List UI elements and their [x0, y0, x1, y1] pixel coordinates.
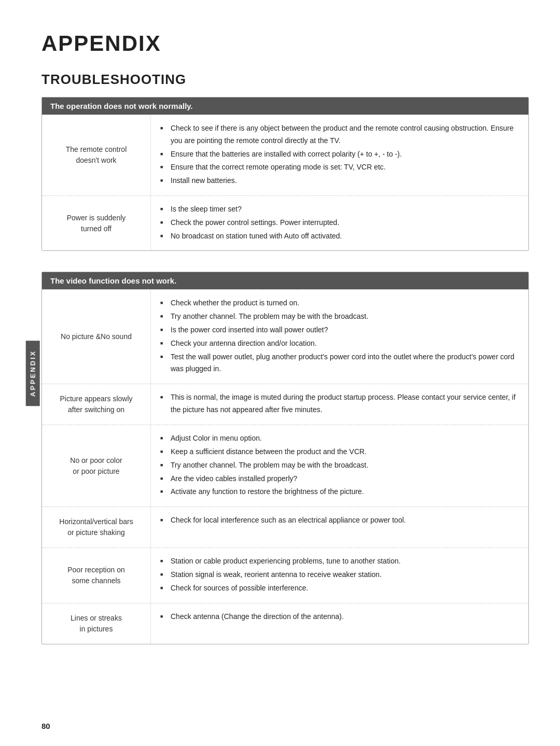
row-content: Check to see if there is any object betw… [151, 115, 528, 195]
list-item: Check to see if there is any object betw… [160, 122, 519, 147]
list-item: Is the sleep timer set? [160, 203, 519, 216]
row-label: Poor reception onsome channels [42, 548, 151, 602]
row-label: Picture appears slowlyafter switching on [42, 384, 151, 425]
table-row: Lines or streaksin pictures Check antenn… [42, 603, 528, 644]
list-item: Is the power cord inserted into wall pow… [160, 324, 519, 336]
table1-header: The operation does not work normally. [42, 97, 528, 115]
list-item: Check for local interference such as an … [160, 514, 519, 527]
page-number: 80 [41, 722, 50, 730]
list-item: Install new batteries. [160, 175, 519, 187]
list-item: Try another channel. The problem may be … [160, 311, 519, 323]
row-content: Is the sleep timer set? Check the power … [151, 196, 528, 250]
list-item: No broadcast on station tuned with Auto … [160, 230, 519, 243]
list-item: Ensure that the batteries are installed … [160, 148, 519, 161]
list-item: Check the power control settings. Power … [160, 217, 519, 229]
sidebar-appendix-label: APPENDIX [26, 340, 40, 405]
list-item: Check antenna (Change the direction of t… [160, 611, 519, 623]
list-item: Check for sources of possible interferen… [160, 582, 519, 595]
list-item: Station or cable product experiencing pr… [160, 555, 519, 568]
list-item: Check your antenna direction and/or loca… [160, 337, 519, 350]
table-row: No picture &No sound Check whether the p… [42, 289, 528, 384]
table-row: Horizontal/vertical barsor picture shaki… [42, 506, 528, 547]
row-label: The remote controldoesn't work [42, 115, 151, 195]
table2-header: The video function does not work. [42, 272, 528, 289]
table-operation: The operation does not work normally. Th… [41, 97, 529, 251]
section-title: TROUBLESHOOTING [41, 72, 529, 88]
row-content: Adjust Color in menu option. Keep a suff… [151, 425, 528, 506]
list-item: This is normal, the image is muted durin… [160, 391, 519, 416]
list-item: Test the wall power outlet, plug another… [160, 351, 519, 376]
table-row: No or poor coloror poor picture Adjust C… [42, 425, 528, 506]
table-row: The remote controldoesn't work Check to … [42, 115, 528, 195]
list-item: Check whether the product is turned on. [160, 297, 519, 309]
list-item: Try another channel. The problem may be … [160, 459, 519, 472]
row-label: Lines or streaksin pictures [42, 603, 151, 644]
table-row: Picture appears slowlyafter switching on… [42, 384, 528, 425]
list-item: Station signal is weak, reorient antenna… [160, 569, 519, 581]
table-row: Poor reception onsome channels Station o… [42, 547, 528, 602]
table-row: Power is suddenlyturned off Is the sleep… [42, 195, 528, 250]
table-video: The video function does not work. No pic… [41, 272, 529, 644]
row-content: Check whether the product is turned on. … [151, 290, 528, 384]
row-label: Horizontal/vertical barsor picture shaki… [42, 507, 151, 547]
row-content: Check antenna (Change the direction of t… [151, 603, 528, 644]
page-title: APPENDIX [41, 31, 529, 56]
list-item: Ensure that the correct remote operating… [160, 161, 519, 174]
row-content: Check for local interference such as an … [151, 507, 528, 547]
list-item: Activate any function to restore the bri… [160, 486, 519, 498]
list-item: Adjust Color in menu option. [160, 432, 519, 445]
row-label: No or poor coloror poor picture [42, 425, 151, 506]
row-label: Power is suddenlyturned off [42, 196, 151, 250]
row-content: This is normal, the image is muted durin… [151, 384, 528, 425]
list-item: Keep a sufficient distance between the p… [160, 446, 519, 458]
row-label: No picture &No sound [42, 290, 151, 384]
list-item: Are the video cables installed properly? [160, 473, 519, 485]
row-content: Station or cable product experiencing pr… [151, 548, 528, 602]
